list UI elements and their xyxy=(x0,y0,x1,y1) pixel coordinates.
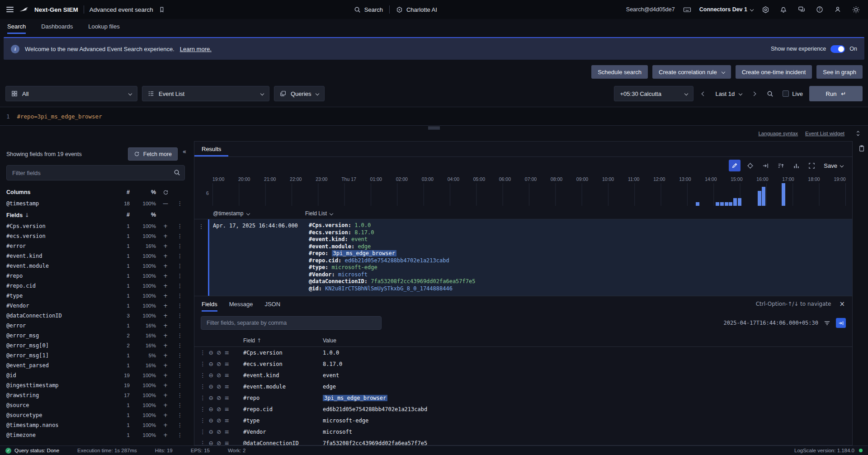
sort-desc-icon[interactable]: ↓ xyxy=(24,212,29,218)
refresh-columns-icon[interactable] xyxy=(158,190,173,195)
include-filter-icon[interactable]: ⊘ xyxy=(217,406,221,412)
exclude-filter-icon[interactable]: ⊖ xyxy=(209,406,213,412)
value-column-header[interactable]: Value xyxy=(323,337,852,344)
row-menu-icon[interactable]: ⋮ xyxy=(175,243,185,249)
inspector-row[interactable]: ⋮⊖⊘≡#Vendormicrosoft xyxy=(194,426,852,437)
row-menu-icon[interactable]: ⋮ xyxy=(200,440,206,446)
histogram-bar[interactable] xyxy=(725,202,728,206)
histogram-icon[interactable] xyxy=(790,160,802,171)
row-menu-icon[interactable]: ⋮ xyxy=(175,372,185,379)
live-checkbox[interactable] xyxy=(783,90,789,97)
learn-more-link[interactable]: Learn more. xyxy=(180,46,212,52)
query-editor[interactable]: 1 #repo=3pi_ms_edge_browser xyxy=(0,107,868,126)
field-row[interactable]: @timestamp.nanos1100%+⋮ xyxy=(0,420,191,430)
keyboard-icon[interactable] xyxy=(681,4,693,15)
row-menu-icon[interactable]: ⋮ xyxy=(175,422,185,428)
include-filter-icon[interactable]: ⊘ xyxy=(217,440,221,446)
select-field-icon[interactable]: ≡ xyxy=(224,383,229,390)
add-field-icon[interactable]: + xyxy=(158,412,173,418)
view-select[interactable]: Event List xyxy=(142,86,269,101)
add-field-icon[interactable]: + xyxy=(158,233,173,239)
inspector-row[interactable]: ⋮⊖⊘≡#repo3pi_ms_edge_browser xyxy=(194,392,852,403)
row-menu-icon[interactable]: ⋮ xyxy=(175,303,185,309)
exclude-filter-icon[interactable]: ⊖ xyxy=(209,417,213,424)
include-filter-icon[interactable]: ⊘ xyxy=(217,417,221,424)
select-field-icon[interactable]: ≡ xyxy=(224,360,229,367)
add-field-icon[interactable]: + xyxy=(158,422,173,428)
goto-event-icon[interactable] xyxy=(836,318,846,328)
add-field-icon[interactable]: + xyxy=(158,283,173,289)
exclude-filter-icon[interactable]: ⊖ xyxy=(209,394,213,401)
add-field-icon[interactable]: + xyxy=(158,332,173,339)
field-row[interactable]: #event.kind1100%+⋮ xyxy=(0,251,191,261)
exclude-filter-icon[interactable]: ⊖ xyxy=(209,383,213,390)
add-field-icon[interactable]: + xyxy=(158,293,173,299)
tab-results[interactable]: Results xyxy=(194,142,228,156)
select-field-icon[interactable]: ≡ xyxy=(224,417,229,424)
exclude-filter-icon[interactable]: ⊖ xyxy=(209,428,213,435)
event-row[interactable]: ⋮ Apr. 17, 2025 16:44:06.000 #Cps.versio… xyxy=(194,219,852,296)
row-menu-icon[interactable]: ⋮ xyxy=(175,223,185,229)
add-field-icon[interactable]: + xyxy=(158,273,173,279)
row-menu-icon[interactable]: ⋮ xyxy=(175,313,185,319)
include-filter-icon[interactable]: ⊘ xyxy=(217,349,221,356)
run-button[interactable]: Run↵ xyxy=(809,86,863,101)
timezone-select[interactable]: +05:30 Calcutta xyxy=(614,86,693,101)
crosshair-icon[interactable] xyxy=(744,160,756,171)
time-forward-icon[interactable] xyxy=(747,87,760,100)
messages-icon[interactable] xyxy=(796,4,807,15)
add-field-icon[interactable]: + xyxy=(158,402,173,408)
sort-ascending-icon[interactable] xyxy=(775,160,787,171)
close-icon[interactable]: × xyxy=(839,300,845,308)
inspector-row[interactable]: ⋮⊖⊘≡#repo.cided6b21d05e754288bb4702e1a21… xyxy=(194,403,852,415)
tab-dashboards[interactable]: Dashboards xyxy=(41,19,73,34)
row-menu-icon[interactable]: ⋮ xyxy=(200,383,206,390)
exclude-filter-icon[interactable]: ⊖ xyxy=(209,360,213,367)
fullscreen-icon[interactable] xyxy=(806,160,817,171)
include-filter-icon[interactable]: ⊘ xyxy=(217,394,221,401)
row-menu-icon[interactable]: ⋮ xyxy=(175,332,185,339)
queries-select[interactable]: Queries xyxy=(274,86,325,101)
add-field-icon[interactable]: + xyxy=(158,382,173,389)
add-field-icon[interactable]: + xyxy=(158,352,173,359)
add-field-icon[interactable]: + xyxy=(158,303,173,309)
apps-icon[interactable] xyxy=(760,4,771,15)
charlotte-ai[interactable]: Charlotte AI xyxy=(396,6,437,13)
tab-fields[interactable]: Fields xyxy=(202,296,217,312)
include-filter-icon[interactable]: ⊘ xyxy=(217,372,221,379)
select-field-icon[interactable]: ≡ xyxy=(224,406,229,412)
field-column-header[interactable]: Field↑ xyxy=(243,337,323,344)
inspector-row[interactable]: ⋮⊖⊘≡#event.moduleedge xyxy=(194,381,852,392)
help-icon[interactable]: ? xyxy=(814,4,826,15)
histogram-bar[interactable] xyxy=(733,198,737,206)
histogram-bar[interactable] xyxy=(762,187,765,206)
select-field-icon[interactable]: ≡ xyxy=(224,349,229,356)
column-row[interactable]: @timestamp 18 100% — ⋮ xyxy=(0,199,191,209)
timestamp-column-header[interactable]: @timestamp xyxy=(208,210,301,217)
row-menu-icon[interactable]: ⋮ xyxy=(175,253,185,259)
collapse-editor-icon[interactable] xyxy=(852,127,864,140)
query-text[interactable]: #repo=3pi_ms_edge_browser xyxy=(17,113,102,120)
row-menu-icon[interactable]: ⋮ xyxy=(200,360,206,367)
field-row[interactable]: @event_parsed116%+⋮ xyxy=(0,360,191,370)
row-menu-icon[interactable]: ⋮ xyxy=(200,417,206,424)
tab-message[interactable]: Message xyxy=(229,296,253,312)
field-row[interactable]: @rawstring17100%+⋮ xyxy=(0,390,191,400)
exclude-filter-icon[interactable]: ⊖ xyxy=(209,349,213,356)
field-row[interactable]: #Cps.version1100%+⋮ xyxy=(0,221,191,231)
field-row[interactable]: #event.module1100%+⋮ xyxy=(0,261,191,271)
histogram-bar[interactable] xyxy=(696,202,699,206)
remove-column-icon[interactable]: — xyxy=(158,200,173,207)
row-menu-icon[interactable]: ⋮ xyxy=(175,233,185,239)
add-field-icon[interactable]: + xyxy=(158,342,173,349)
add-field-icon[interactable]: + xyxy=(158,432,173,438)
zoom-search-icon[interactable] xyxy=(764,87,776,100)
select-field-icon[interactable]: ≡ xyxy=(224,440,229,446)
inspector-row[interactable]: ⋮⊖⊘≡#Cps.version1.0.0 xyxy=(194,347,852,358)
filter-fields-input[interactable] xyxy=(6,165,185,180)
row-menu-icon[interactable]: ⋮ xyxy=(175,342,185,349)
row-menu-icon[interactable]: ⋮ xyxy=(175,283,185,289)
row-menu-icon[interactable]: ⋮ xyxy=(175,200,185,207)
tab-lookup-files[interactable]: Lookup files xyxy=(88,19,119,34)
field-row[interactable]: @timezone1100%+⋮ xyxy=(0,430,191,440)
